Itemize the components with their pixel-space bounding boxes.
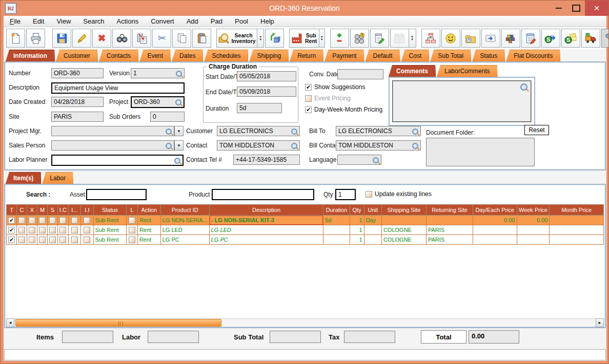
menu-edit[interactable]: Edit xyxy=(33,17,44,25)
sales-person-field[interactable] xyxy=(51,140,174,151)
project-field[interactable]: ORD-360 xyxy=(131,96,185,108)
menu-view[interactable]: View xyxy=(56,17,71,25)
row-checkbox-cell[interactable] xyxy=(17,225,27,235)
row-checkbox-cell[interactable] xyxy=(58,216,69,225)
show-suggestions-checkbox[interactable]: Show Suggestions xyxy=(305,83,365,91)
tab-customer[interactable]: Customer xyxy=(56,50,98,61)
tab-contacts[interactable]: Contacts xyxy=(99,50,138,61)
save-button[interactable] xyxy=(52,29,71,48)
close-button[interactable]: ✕ xyxy=(585,1,608,16)
table-row[interactable]: Sub RentRentLG NON-SERIA...- LG NON-SERI… xyxy=(7,216,604,225)
sales-person-lookup-icon[interactable] xyxy=(166,143,172,149)
menu-help[interactable]: Help xyxy=(260,17,274,25)
row-checkbox-cell[interactable] xyxy=(58,225,69,235)
labor-planner-field[interactable] xyxy=(51,155,184,166)
copy-button[interactable] xyxy=(172,29,191,48)
language-lookup-icon[interactable] xyxy=(373,157,379,163)
conv-date-field[interactable] xyxy=(337,69,383,79)
column-header-s[interactable]: S xyxy=(48,205,58,216)
tab-shipping[interactable]: Shipping xyxy=(249,50,289,61)
calendar-button-dropdown[interactable]: ▼▼ xyxy=(409,29,416,48)
org-chart-button[interactable] xyxy=(421,29,440,48)
row-l-checkbox-cell[interactable] xyxy=(127,235,137,245)
row-checkbox-cell[interactable] xyxy=(48,225,58,235)
document-folder-field[interactable] xyxy=(426,138,535,166)
day-week-month-checkbox[interactable]: Day-Week-Month Pricing xyxy=(305,106,382,113)
column-header-product-id[interactable]: Product ID xyxy=(160,205,209,216)
h-scrollbar-thumb[interactable] xyxy=(15,319,221,327)
delivery-truck-button[interactable] xyxy=(581,29,600,48)
quick-process-button[interactable] xyxy=(601,29,609,48)
bill-to-lookup-icon[interactable] xyxy=(412,129,418,135)
row-checkbox-cell[interactable] xyxy=(68,216,80,225)
row-checkbox-cell[interactable] xyxy=(17,235,27,245)
smiley-button[interactable] xyxy=(441,29,460,48)
sub-orders-field[interactable]: 0 xyxy=(150,112,185,122)
edit-document-button[interactable] xyxy=(521,29,540,48)
tab-event[interactable]: Event xyxy=(139,50,171,61)
number-field[interactable]: ORD-360 xyxy=(51,68,104,78)
cut-button[interactable]: ✂ xyxy=(152,29,171,48)
comments-lookup-icon[interactable] xyxy=(520,83,527,91)
tab-dates[interactable]: Dates xyxy=(172,50,203,61)
row-checkbox-cell[interactable] xyxy=(68,235,80,245)
comments-tab-laborcomments[interactable]: LaborComments xyxy=(437,65,498,77)
column-header-unit[interactable]: Unit xyxy=(364,205,381,216)
delete-button[interactable]: ✖ xyxy=(92,29,111,48)
version-field[interactable]: 1 xyxy=(131,68,185,78)
column-header-duration[interactable]: Duration xyxy=(323,205,350,216)
row-checkbox-cell[interactable] xyxy=(37,216,48,225)
billing-notes-button[interactable]: S xyxy=(561,29,580,48)
menu-search[interactable]: Search xyxy=(83,17,104,25)
customer-lookup-icon[interactable] xyxy=(291,129,297,135)
maximize-button[interactable] xyxy=(567,1,585,16)
description-field[interactable]: Equipment Usage View xyxy=(51,82,185,94)
column-header-c[interactable]: C xyxy=(17,205,27,216)
minimize-button[interactable] xyxy=(550,1,567,16)
paste-button[interactable] xyxy=(192,29,211,48)
end-date-field[interactable]: 05/09/2018 xyxy=(237,87,296,97)
notes-button[interactable] xyxy=(370,29,389,48)
labor-planner-lookup-icon[interactable] xyxy=(174,158,180,164)
tab-return[interactable]: Return xyxy=(290,50,323,61)
new-document-button[interactable] xyxy=(6,29,25,48)
row-l-checkbox-cell[interactable] xyxy=(127,225,137,235)
row-checkbox-cell[interactable] xyxy=(17,216,27,225)
project-mgr-lookup-icon[interactable] xyxy=(166,129,172,135)
kit-components-button[interactable]: ? xyxy=(350,29,369,48)
scroll-left-button[interactable]: ◄ xyxy=(6,318,14,327)
table-row[interactable]: Sub RentRentLG PCLG PC1COLOGNEPARIS xyxy=(7,235,604,245)
copy-reservation-button[interactable] xyxy=(132,29,151,48)
asset-input[interactable] xyxy=(86,189,147,200)
version-lookup-icon[interactable] xyxy=(176,71,182,77)
print-button[interactable] xyxy=(26,29,45,48)
tab-default[interactable]: Default xyxy=(366,50,400,61)
menu-pool[interactable]: Pool xyxy=(235,17,248,25)
column-header-action[interactable]: Action xyxy=(137,205,160,216)
column-header-i-c[interactable]: I.C xyxy=(58,205,69,216)
items-tab-item-s[interactable]: Item(s) xyxy=(6,172,41,184)
find-button[interactable] xyxy=(112,29,131,48)
column-header-shipping-site[interactable]: Shipping Site xyxy=(381,205,426,216)
menu-add[interactable]: Add xyxy=(187,17,198,25)
column-header-i[interactable]: I... xyxy=(68,205,80,216)
tab-flat-discounts[interactable]: Flat Discounts xyxy=(506,50,560,61)
row-checkbox-cell[interactable] xyxy=(27,216,37,225)
date-created-field[interactable]: 04/28/2018 xyxy=(51,97,104,107)
column-header-description[interactable]: Description xyxy=(209,205,323,216)
row-checkbox-cell[interactable] xyxy=(27,225,37,235)
search-inventory-button[interactable]: Search Inventory xyxy=(216,29,257,48)
column-header-t[interactable]: T xyxy=(7,205,17,216)
contact-tel-field[interactable]: +44-17-5349-1585 xyxy=(233,155,300,165)
row-checkbox-cell[interactable] xyxy=(68,225,80,235)
row-checkbox-cell[interactable] xyxy=(7,216,17,225)
comments-tab-comments[interactable]: Comments xyxy=(389,65,436,77)
column-header-m[interactable]: M xyxy=(37,205,48,216)
contact-lookup-icon[interactable] xyxy=(291,143,297,149)
edit-button[interactable] xyxy=(72,29,91,48)
row-checkbox-cell[interactable] xyxy=(81,216,93,225)
convert-item-button[interactable] xyxy=(265,29,284,48)
customer-field[interactable]: LG ELECTRONICS xyxy=(217,126,300,136)
tab-status[interactable]: Status xyxy=(472,50,505,61)
row-checkbox-cell[interactable] xyxy=(81,225,93,235)
